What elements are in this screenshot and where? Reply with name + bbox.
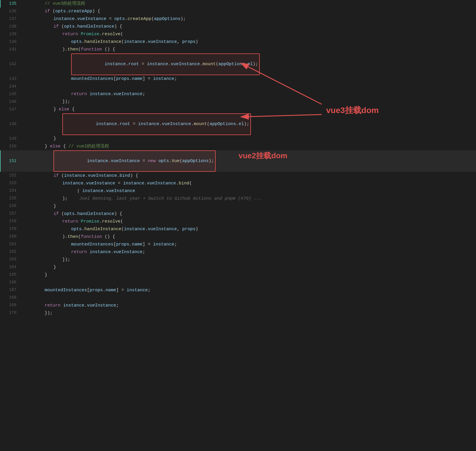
code-line-160: 160 ).then(function () { (0, 233, 476, 240)
code-line-166: 166 (0, 279, 476, 286)
line-num-143: 143 (0, 75, 21, 83)
code-line-136: 136 if (opts.createApp) { (0, 8, 476, 15)
line-num-142: 142 (0, 53, 21, 75)
line-content-146: }); (24, 98, 476, 106)
code-line-146: 146 }); (0, 98, 476, 106)
code-line-151: 151 instance.vueInstance = new opts.Vue(… (0, 150, 476, 172)
code-line-170: 170 }); (0, 309, 476, 317)
line-content-138: if (opts.handleInstance) { (24, 23, 476, 31)
line-content-163: }); (24, 256, 476, 263)
line-num-144: 144 (0, 83, 21, 90)
line-num-169: 169 (0, 302, 21, 309)
line-content-160: ).then(function () { (24, 233, 476, 240)
line-num-163: 163 (0, 256, 21, 263)
line-num-135: 135 (0, 0, 21, 8)
code-line-140: 140 opts.handleInstance(instance.vueInst… (0, 38, 476, 46)
line-content-167: mountedInstances[props.name] = instance; (24, 286, 476, 294)
line-num-161: 161 (0, 240, 21, 248)
code-line-153: 153 instance.vueInstance = instance.vueI… (0, 179, 476, 187)
code-line-137: 137 instance.vueInstance = opts.createAp… (0, 15, 476, 23)
code-line-161: 161 mountedInstances[props.name] = insta… (0, 240, 476, 248)
code-line-138: 138 if (opts.handleInstance) { (0, 23, 476, 31)
code-line-167: 167 mountedInstances[props.name] = insta… (0, 286, 476, 294)
line-num-153: 153 (0, 179, 21, 187)
line-content-165: } (24, 271, 476, 279)
line-num-166: 166 (0, 279, 21, 286)
line-content-170: }); (24, 309, 476, 317)
line-num-139: 139 (0, 31, 21, 38)
line-num-155: 155 (0, 195, 21, 202)
code-line-154: 154 | instance.vueInstance (0, 187, 476, 195)
line-content-145: return instance.vueInstance; (24, 90, 476, 98)
line-num-160: 160 (0, 233, 21, 240)
line-content-169: return instance.vueInstance; (24, 302, 476, 309)
line-content-154: | instance.vueInstance (24, 187, 476, 195)
line-content-143: mountedInstances[props.name] = instance; (24, 75, 476, 83)
line-num-150: 150 (0, 143, 21, 150)
code-line-141: 141 ).then(function () { (0, 46, 476, 53)
line-content-151: instance.vueInstance = new opts.Vue(appO… (24, 150, 476, 172)
line-num-156: 156 (0, 202, 21, 210)
line-content-152: if (instance.vueInstance.bind) { (24, 172, 476, 179)
line-num-158: 158 (0, 218, 21, 225)
line-content-147: } else { (24, 106, 476, 113)
code-line-152: 152 if (instance.vueInstance.bind) { (0, 172, 476, 179)
code-line-149: 149 } (0, 135, 476, 143)
code-line-159: 159 opts.handleInstance(instance.vueInst… (0, 225, 476, 233)
code-line-165: 165 } (0, 271, 476, 279)
line-num-157: 157 (0, 210, 21, 218)
code-line-168: 168 (0, 294, 476, 302)
code-line-158: 158 return Promise.resolve( (0, 218, 476, 225)
line-content-140: opts.handleInstance(instance.vueInstance… (24, 38, 476, 46)
line-content-148: instance.root = instance.vueInstance.mou… (24, 113, 476, 135)
line-num-170: 170 (0, 309, 21, 317)
code-line-164: 164 } (0, 263, 476, 271)
line-num-147: 147 (0, 106, 21, 113)
code-line-144: 144 (0, 83, 476, 90)
line-content-149: } (24, 135, 476, 143)
line-num-148: 148 (0, 113, 21, 135)
code-wrapper: 135 // vue3的处理流程 136 if (opts.createApp)… (0, 0, 476, 317)
line-content-141: ).then(function () { (24, 46, 476, 53)
line-num-138: 138 (0, 23, 21, 31)
line-num-152: 152 (0, 172, 21, 179)
line-content-162: return instance.vueInstance; (24, 248, 476, 256)
line-num-151: 151 (0, 150, 21, 172)
code-line-155: 155 ); Joel Denning, last year • Switch … (0, 195, 476, 202)
line-content-166 (24, 279, 476, 286)
line-content-137: instance.vueInstance = opts.createApp(ap… (24, 15, 476, 23)
code-line-139: 139 return Promise.resolve( (0, 31, 476, 38)
code-line-147: 147 } else { (0, 106, 476, 113)
line-num-149: 149 (0, 135, 21, 143)
line-content-158: return Promise.resolve( (24, 218, 476, 225)
line-num-168: 168 (0, 294, 21, 302)
line-num-159: 159 (0, 225, 21, 233)
line-num-145: 145 (0, 90, 21, 98)
line-content-161: mountedInstances[props.name] = instance; (24, 240, 476, 248)
code-line-150: 150 } else { // vue2的处理流程 (0, 143, 476, 150)
code-line-156: 156 } (0, 202, 476, 210)
line-content-157: if (opts.handleInstance) { (24, 210, 476, 218)
code-area: 135 // vue3的处理流程 136 if (opts.createApp)… (0, 0, 476, 317)
code-line-142: 142 instance.root = instance.vueInstance… (0, 53, 476, 75)
line-content-164: } (24, 263, 476, 271)
code-line-148: 148 instance.root = instance.vueInstance… (0, 113, 476, 135)
line-content-135: // vue3的处理流程 (24, 0, 476, 8)
code-line-162: 162 return instance.vueInstance; (0, 248, 476, 256)
code-line-157: 157 if (opts.handleInstance) { (0, 210, 476, 218)
line-content-155: ); Joel Denning, last year • Switch to G… (24, 195, 476, 202)
line-num-141: 141 (0, 46, 21, 53)
line-num-167: 167 (0, 286, 21, 294)
line-content-159: opts.handleInstance(instance.vueInstance… (24, 225, 476, 233)
vue2-annotation: vue2挂载dom (239, 150, 287, 161)
code-line-135: 135 // vue3的处理流程 (0, 0, 476, 8)
editor: 135 // vue3的处理流程 136 if (opts.createApp)… (0, 0, 476, 451)
code-line-163: 163 }); (0, 256, 476, 263)
line-num-164: 164 (0, 263, 21, 271)
line-content-144 (24, 83, 476, 90)
line-num-146: 146 (0, 98, 21, 106)
code-line-143: 143 mountedInstances[props.name] = insta… (0, 75, 476, 83)
line-num-154: 154 (0, 187, 21, 195)
line-content-142: instance.root = instance.vueInstance.mou… (24, 53, 476, 75)
line-num-165: 165 (0, 271, 21, 279)
